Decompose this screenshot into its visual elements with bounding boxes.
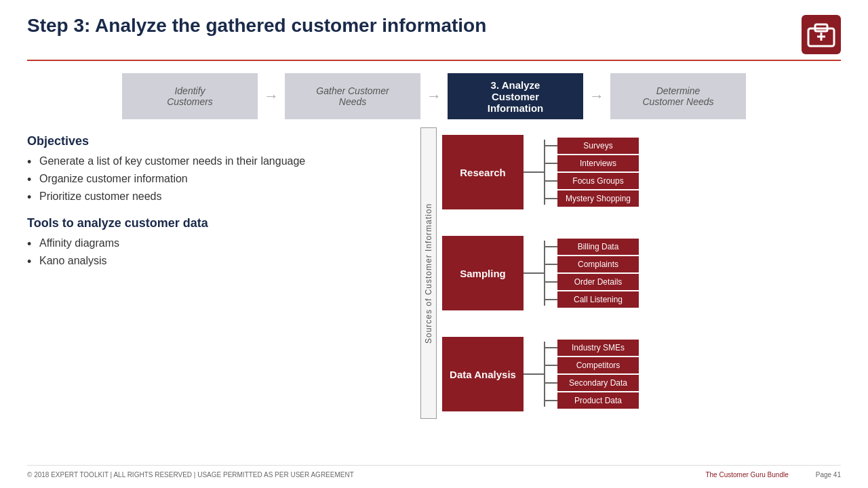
process-step-2: Gather CustomerNeeds xyxy=(285,73,420,119)
item-product-data: Product Data xyxy=(544,392,639,409)
header-divider xyxy=(27,60,841,61)
process-flow: IdentifyCustomers → Gather CustomerNeeds… xyxy=(27,73,841,119)
page-container: Step 3: Analyze the gathered customer in… xyxy=(0,0,868,488)
objective-2: Organize customer information xyxy=(27,173,400,185)
objectives-title: Objectives xyxy=(27,134,400,148)
process-step-1: IdentifyCustomers xyxy=(122,73,258,119)
footer: © 2018 EXPERT TOOLKIT | ALL RIGHTS RESER… xyxy=(27,465,841,479)
category-sampling: Sampling xyxy=(442,236,524,310)
objectives-list: Generate a list of key customer needs in… xyxy=(27,155,400,203)
main-content: Objectives Generate a list of key custom… xyxy=(27,134,841,419)
item-complaints: Complaints xyxy=(544,256,639,272)
item-secondary-data: Secondary Data xyxy=(544,375,639,391)
item-focus-groups: Focus Groups xyxy=(544,173,639,189)
item-industry-smes: Industry SMEs xyxy=(544,340,639,356)
diagram-vertical-label: Sources of Customer Information xyxy=(420,127,437,419)
item-order-details: Order Details xyxy=(544,274,639,290)
footer-brand: The Customer Guru Bundle xyxy=(705,471,788,479)
footer-page: Page 41 xyxy=(816,471,841,479)
tool-2: Kano analysis xyxy=(27,255,400,267)
item-mystery-shopping: Mystery Shopping xyxy=(544,190,639,207)
header: Step 3: Analyze the gathered customer in… xyxy=(27,0,841,60)
objective-1: Generate a list of key customer needs in… xyxy=(27,155,400,167)
process-step-3: 3. AnalyzeCustomerInformation xyxy=(448,73,583,119)
toolkit-icon xyxy=(802,15,841,54)
tool-1: Affinity diagrams xyxy=(27,237,400,249)
footer-copyright: © 2018 EXPERT TOOLKIT | ALL RIGHTS RESER… xyxy=(27,471,354,479)
category-data-analysis: Data Analysis xyxy=(442,337,524,411)
diagram-wrapper: Sources of Customer Information Research… xyxy=(420,127,841,419)
right-diagram: Sources of Customer Information Research… xyxy=(420,127,841,419)
process-step-4: DetermineCustomer Needs xyxy=(610,73,746,119)
footer-right: The Customer Guru Bundle Page 41 xyxy=(705,471,841,479)
page-title: Step 3: Analyze the gathered customer in… xyxy=(27,15,486,37)
objective-3: Prioritize customer needs xyxy=(27,190,400,203)
item-billing-data: Billing Data xyxy=(544,239,639,255)
arrow-2: → xyxy=(420,87,448,105)
tools-list: Affinity diagrams Kano analysis xyxy=(27,237,400,267)
arrow-3: → xyxy=(583,87,610,105)
item-call-listening: Call Listening xyxy=(544,291,639,308)
category-research: Research xyxy=(442,135,524,209)
item-interviews: Interviews xyxy=(544,155,639,171)
item-competitors: Competitors xyxy=(544,357,639,373)
tools-title: Tools to analyze customer data xyxy=(27,216,400,230)
item-surveys: Surveys xyxy=(544,138,639,154)
left-content: Objectives Generate a list of key custom… xyxy=(27,134,400,419)
arrow-1: → xyxy=(258,87,285,105)
